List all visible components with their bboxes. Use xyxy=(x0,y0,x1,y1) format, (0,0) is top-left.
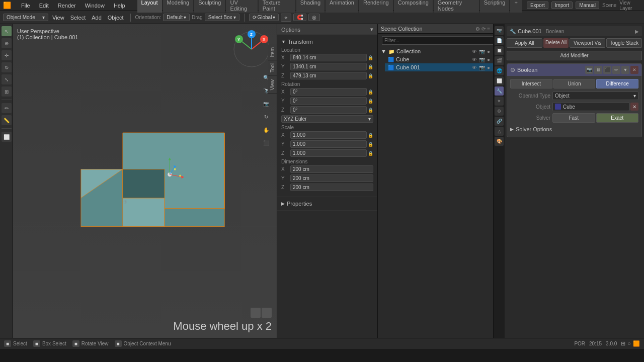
menu-help[interactable]: Help xyxy=(112,3,127,9)
tool-transform[interactable]: ⊞ xyxy=(2,86,12,97)
transform-header[interactable]: ▼ Transform xyxy=(277,37,377,46)
side-tab-item[interactable]: Item xyxy=(268,44,277,60)
tool-rotate[interactable]: ↻ xyxy=(2,62,12,72)
modifier-realtime-btn[interactable]: ⬛ xyxy=(603,66,611,74)
scale-y-lock[interactable]: 🔒 xyxy=(368,142,373,147)
modifier-expand-btn[interactable]: ▼ xyxy=(621,66,629,74)
object-remove-btn[interactable]: ✕ xyxy=(630,103,638,111)
dim-y-value[interactable]: 200 cm xyxy=(290,174,373,182)
rot-z-value[interactable]: 0° xyxy=(290,106,367,114)
loc-y-value[interactable]: 1340.1 cm xyxy=(290,63,367,70)
collection-render[interactable]: ● xyxy=(487,49,490,54)
cube001-render[interactable]: ● xyxy=(487,65,490,70)
prop-tab-data[interactable]: △ xyxy=(495,127,504,136)
ws-tab-rendering[interactable]: Rendering xyxy=(359,0,393,13)
scale-y-value[interactable]: 1.000 xyxy=(290,140,367,148)
modifier-camera-btn[interactable]: 📷 xyxy=(585,66,593,74)
loc-x-lock[interactable]: 🔒 xyxy=(368,55,373,60)
rot-x-lock[interactable]: 🔒 xyxy=(368,89,373,95)
ws-tab-modeling[interactable]: Modeling xyxy=(163,0,194,13)
outliner-sync-btn[interactable]: ⟳ xyxy=(481,26,486,32)
status-icon-chrome[interactable]: ○ xyxy=(627,340,631,347)
menu-edit[interactable]: Edit xyxy=(37,3,51,9)
prop-tab-render[interactable]: 📷 xyxy=(495,26,504,35)
ws-tab-sculpting[interactable]: Sculpting xyxy=(194,0,225,13)
object-field-value[interactable]: Cube xyxy=(552,102,629,111)
menu-render[interactable]: Render xyxy=(56,3,78,9)
snap-btn[interactable]: 🧲 xyxy=(293,14,306,21)
ws-tab-uv-editing[interactable]: UV Editing xyxy=(226,0,257,13)
menu-window[interactable]: Window xyxy=(83,3,107,9)
prop-tab-particles[interactable]: ✦ xyxy=(495,97,504,106)
op-union-btn[interactable]: Union xyxy=(553,79,596,88)
outliner-item-collection[interactable]: ▼ 📁 Collection 👁 📷 ● xyxy=(378,47,493,55)
status-icon-blender[interactable]: 🟧 xyxy=(633,340,640,347)
prop-tab-material[interactable]: 🎨 xyxy=(495,137,504,146)
prop-tab-view-layer[interactable]: 🔲 xyxy=(495,46,504,55)
modifier-edit-btn[interactable]: ✏ xyxy=(612,66,620,74)
operand-type-dropdown[interactable]: Object ▾ xyxy=(552,92,638,100)
ws-tab-texture-paint[interactable]: Texture Paint xyxy=(259,0,295,13)
rotate-view-btn[interactable]: ↻ xyxy=(261,111,272,122)
prop-tab-object[interactable]: ⬜ xyxy=(495,76,504,85)
tool-annotate[interactable]: ✏ xyxy=(2,103,12,113)
ws-tab-animation[interactable]: Animation xyxy=(326,0,358,13)
export-btn[interactable]: Export xyxy=(527,2,548,9)
camera-view-btn[interactable]: 📷 xyxy=(261,98,272,109)
tool-cursor[interactable]: ⊕ xyxy=(2,38,12,48)
properties-header[interactable]: ▶ Properties xyxy=(277,199,377,208)
dim-z-value[interactable]: 200 cm xyxy=(290,184,373,191)
cube-eye[interactable]: 👁 xyxy=(472,57,477,62)
select-box-dropdown[interactable]: Select Box▾ xyxy=(205,14,239,21)
outliner-item-cube[interactable]: 🟦 Cube 👁 📷 ● xyxy=(385,55,493,63)
loc-z-value[interactable]: 479.13 cm xyxy=(290,72,367,79)
outliner-display-btn[interactable]: ≡ xyxy=(487,26,490,32)
toolbar-add[interactable]: Add xyxy=(90,15,104,21)
rot-mode-dropdown[interactable]: XYZ Euler ▾ xyxy=(281,115,373,123)
orientation-dropdown[interactable]: Default▾ xyxy=(163,14,190,21)
prop-tab-constraints[interactable]: 🔗 xyxy=(495,117,504,126)
modifier-render-btn[interactable]: 🖥 xyxy=(594,66,602,74)
cube-render[interactable]: ● xyxy=(487,57,490,62)
prop-tab-modifiers[interactable]: 🔧 xyxy=(495,86,504,96)
cube001-cam[interactable]: 📷 xyxy=(479,65,485,70)
tool-select[interactable]: ↖ xyxy=(2,26,12,36)
manual-btn[interactable]: Manual xyxy=(576,2,599,9)
obj-expand-icon[interactable]: ▶ xyxy=(635,29,639,34)
cube001-eye[interactable]: 👁 xyxy=(472,65,477,70)
viewport-vis-btn[interactable]: Viewport Vis xyxy=(570,38,605,48)
op-difference-btn[interactable]: Difference xyxy=(596,79,638,88)
op-intersect-btn[interactable]: Intersect xyxy=(510,79,552,88)
menu-file[interactable]: File xyxy=(19,3,32,9)
loc-z-lock[interactable]: 🔒 xyxy=(368,73,373,78)
solver-fast-btn[interactable]: Fast xyxy=(552,113,595,123)
modifier-delete-btn[interactable]: ✕ xyxy=(630,66,638,74)
prop-tab-scene[interactable]: 🎬 xyxy=(495,56,504,65)
rot-x-value[interactable]: 0° xyxy=(290,88,367,96)
solver-options-header[interactable]: ▶ Solver Options xyxy=(510,125,638,134)
proportional-btn[interactable]: ◎ xyxy=(308,14,320,21)
object-mode-dropdown[interactable]: Object Mode ▾ xyxy=(3,14,48,21)
tool-scale[interactable]: ⤡ xyxy=(2,74,12,84)
collection-cam[interactable]: 📷 xyxy=(479,49,485,54)
loc-x-value[interactable]: 840.14 cm xyxy=(290,54,367,61)
toolbar-view[interactable]: View xyxy=(50,15,66,21)
outliner-filter-btn[interactable]: ⚙ xyxy=(475,26,480,32)
tool-add-cube[interactable]: ⬜ xyxy=(2,132,12,142)
solver-exact-btn[interactable]: Exact xyxy=(596,113,639,123)
transform-mode-btn[interactable]: ⟡ xyxy=(281,14,291,22)
tool-measure[interactable]: 📏 xyxy=(2,115,12,125)
pan-view-btn[interactable]: ✋ xyxy=(261,124,272,135)
orientation-gizmo[interactable]: X Y Z xyxy=(231,29,272,69)
tool-move[interactable]: ✛ xyxy=(2,50,12,60)
viewport[interactable]: User Perspective (1) Collection | Cube.0… xyxy=(13,24,277,338)
scale-z-value[interactable]: 1.000 xyxy=(290,149,367,157)
ws-tab-geometry-nodes[interactable]: Geometry Nodes xyxy=(434,0,479,13)
rot-y-value[interactable]: 0° xyxy=(290,97,367,105)
outliner-item-cube001[interactable]: 🟦 Cube.001 👁 📷 ● xyxy=(385,63,493,71)
toolbar-select[interactable]: Select xyxy=(68,15,88,21)
ws-tab-layout[interactable]: Layout xyxy=(137,0,162,13)
prop-tab-world[interactable]: 🌐 xyxy=(495,66,504,75)
prop-tab-physics[interactable]: ⚙ xyxy=(495,107,504,116)
add-modifier-btn[interactable]: Add Modifier xyxy=(507,51,642,60)
